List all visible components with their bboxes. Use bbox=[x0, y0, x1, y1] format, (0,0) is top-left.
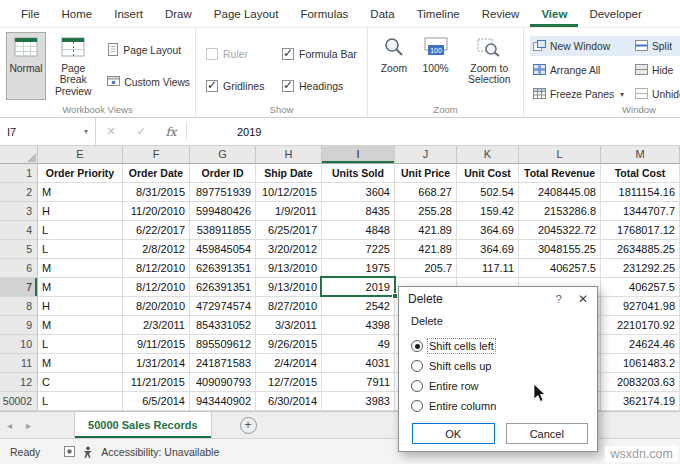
add-sheet-button[interactable]: + bbox=[240, 417, 257, 434]
cell-F3[interactable]: 11/20/2010 bbox=[123, 202, 190, 221]
cell-I3[interactable]: 8435 bbox=[322, 202, 395, 221]
arrange-all-button[interactable]: Arrange All bbox=[530, 60, 632, 80]
cell-G12[interactable]: 409090793 bbox=[190, 373, 256, 392]
ok-button[interactable]: OK bbox=[412, 423, 495, 444]
ribbon-tab-timeline[interactable]: Timeline bbox=[406, 0, 471, 27]
cell-I11[interactable]: 4031 bbox=[322, 354, 395, 373]
cell-M3[interactable]: 1344707.7 bbox=[601, 202, 680, 221]
cancel-button[interactable]: Cancel bbox=[506, 423, 589, 444]
cell-H4[interactable]: 6/25/2017 bbox=[256, 221, 322, 240]
ribbon-tab-data[interactable]: Data bbox=[359, 0, 405, 27]
cell-M6[interactable]: 231292.25 bbox=[601, 259, 680, 278]
cell-F12[interactable]: 11/21/2015 bbox=[123, 373, 190, 392]
freeze-panes-button[interactable]: Freeze Panes ▾ bbox=[530, 84, 632, 104]
row-header-6[interactable]: 6 bbox=[0, 259, 38, 278]
ruler-checkbox[interactable]: Ruler bbox=[206, 44, 282, 64]
ribbon-tab-review[interactable]: Review bbox=[471, 0, 531, 27]
ribbon-tab-home[interactable]: Home bbox=[51, 0, 104, 27]
cell-L4[interactable]: 2045322.72 bbox=[519, 221, 601, 240]
cell-H8[interactable]: 8/27/2010 bbox=[256, 297, 322, 316]
cell-M11[interactable]: 1061483.2 bbox=[601, 354, 680, 373]
normal-view-button[interactable]: Normal bbox=[6, 32, 46, 100]
cell-H12[interactable]: 12/7/2015 bbox=[256, 373, 322, 392]
cell-G2[interactable]: 897751939 bbox=[190, 183, 256, 202]
select-all-corner[interactable] bbox=[0, 146, 38, 164]
formula-bar-checkbox[interactable]: Formula Bar bbox=[282, 44, 366, 64]
cell-E9[interactable]: M bbox=[38, 316, 123, 335]
cell-M9[interactable]: 2210170.92 bbox=[601, 316, 680, 335]
radio-option-entire-column[interactable]: Entire column bbox=[411, 396, 585, 416]
cell-F4[interactable]: 6/22/2017 bbox=[123, 221, 190, 240]
row-header-12[interactable]: 12 bbox=[0, 373, 38, 392]
row-header-3[interactable]: 3 bbox=[0, 202, 38, 221]
cell-J3[interactable]: 255.28 bbox=[395, 202, 457, 221]
row-header-1[interactable]: 1 bbox=[0, 164, 38, 183]
cell-H50002[interactable]: 6/30/2014 bbox=[256, 392, 322, 411]
cell-L1[interactable]: Total Revenue bbox=[519, 164, 601, 183]
zoom-100-button[interactable]: 100 100% bbox=[416, 32, 456, 100]
unhide-button[interactable]: Unhide bbox=[632, 84, 680, 104]
column-header-K[interactable]: K bbox=[457, 146, 519, 164]
cell-I50002[interactable]: 3983 bbox=[322, 392, 395, 411]
cell-F8[interactable]: 8/20/2010 bbox=[123, 297, 190, 316]
cell-H1[interactable]: Ship Date bbox=[256, 164, 322, 183]
cell-E7[interactable]: M bbox=[38, 278, 123, 297]
cell-M8[interactable]: 927041.98 bbox=[601, 297, 680, 316]
sheet-tab-50000-sales-records[interactable]: 50000 Sales Records bbox=[74, 412, 211, 438]
cell-G8[interactable]: 472974574 bbox=[190, 297, 256, 316]
cell-I6[interactable]: 1975 bbox=[322, 259, 395, 278]
cell-J4[interactable]: 421.89 bbox=[395, 221, 457, 240]
cell-F5[interactable]: 2/8/2012 bbox=[123, 240, 190, 259]
ribbon-tab-developer[interactable]: Developer bbox=[578, 0, 652, 27]
cell-I12[interactable]: 7911 bbox=[322, 373, 395, 392]
formula-input[interactable]: 2019 bbox=[187, 118, 680, 145]
cell-F9[interactable]: 2/3/2011 bbox=[123, 316, 190, 335]
cell-H2[interactable]: 10/12/2015 bbox=[256, 183, 322, 202]
macro-record-icon[interactable] bbox=[64, 446, 75, 457]
ribbon-tab-insert[interactable]: Insert bbox=[103, 0, 154, 27]
split-button[interactable]: Split bbox=[632, 36, 680, 56]
cell-L5[interactable]: 3048155.25 bbox=[519, 240, 601, 259]
cell-K4[interactable]: 364.69 bbox=[457, 221, 519, 240]
cancel-icon[interactable]: ✕ bbox=[96, 118, 126, 145]
cell-I1[interactable]: Units Sold bbox=[322, 164, 395, 183]
radio-button-icon[interactable] bbox=[411, 340, 423, 352]
gridlines-checkbox[interactable]: Gridlines bbox=[206, 76, 282, 96]
row-header-8[interactable]: 8 bbox=[0, 297, 38, 316]
row-header-2[interactable]: 2 bbox=[0, 183, 38, 202]
zoom-button[interactable]: Zoom bbox=[374, 32, 414, 100]
headings-checkbox[interactable]: Headings bbox=[282, 76, 366, 96]
cell-J1[interactable]: Unit Price bbox=[395, 164, 457, 183]
sheet-nav-left-icon[interactable]: ◂ bbox=[0, 412, 19, 438]
cell-K2[interactable]: 502.54 bbox=[457, 183, 519, 202]
new-window-button[interactable]: New Window bbox=[530, 36, 632, 56]
cell-M5[interactable]: 2634885.25 bbox=[601, 240, 680, 259]
cell-G3[interactable]: 599480426 bbox=[190, 202, 256, 221]
cell-E8[interactable]: H bbox=[38, 297, 123, 316]
row-header-10[interactable]: 10 bbox=[0, 335, 38, 354]
row-header-4[interactable]: 4 bbox=[0, 221, 38, 240]
cell-H6[interactable]: 9/13/2010 bbox=[256, 259, 322, 278]
cell-E5[interactable]: L bbox=[38, 240, 123, 259]
cell-G6[interactable]: 626391351 bbox=[190, 259, 256, 278]
cell-K3[interactable]: 159.42 bbox=[457, 202, 519, 221]
radio-button-icon[interactable] bbox=[411, 360, 423, 372]
cell-H3[interactable]: 1/9/2011 bbox=[256, 202, 322, 221]
cell-E3[interactable]: H bbox=[38, 202, 123, 221]
page-layout-button[interactable]: Page Layout bbox=[104, 40, 193, 60]
cell-I8[interactable]: 2542 bbox=[322, 297, 395, 316]
cell-G5[interactable]: 459845054 bbox=[190, 240, 256, 259]
cell-J6[interactable]: 205.7 bbox=[395, 259, 457, 278]
cell-F1[interactable]: Order Date bbox=[123, 164, 190, 183]
ribbon-tab-page-layout[interactable]: Page Layout bbox=[203, 0, 290, 27]
column-header-E[interactable]: E bbox=[38, 146, 123, 164]
cell-E6[interactable]: M bbox=[38, 259, 123, 278]
cell-M12[interactable]: 2083203.63 bbox=[601, 373, 680, 392]
column-header-F[interactable]: F bbox=[123, 146, 190, 164]
column-header-G[interactable]: G bbox=[190, 146, 256, 164]
column-header-M[interactable]: M bbox=[601, 146, 680, 164]
cell-K1[interactable]: Unit Cost bbox=[457, 164, 519, 183]
cell-G10[interactable]: 895509612 bbox=[190, 335, 256, 354]
ribbon-tab-file[interactable]: File bbox=[10, 0, 51, 27]
column-header-I[interactable]: I bbox=[322, 146, 395, 164]
